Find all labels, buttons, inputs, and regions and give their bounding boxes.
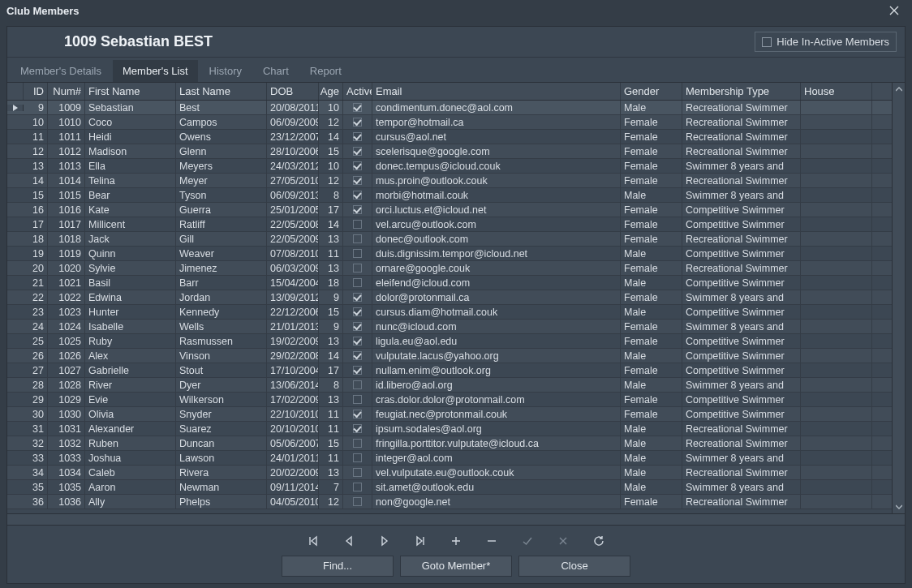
cell-gender: Male [621,101,682,114]
table-row[interactable]: 211021BasilBarr15/04/200418eleifend@iclo… [7,276,892,290]
col-last-name[interactable]: Last Name [176,83,267,100]
table-row[interactable]: 141014TelinaMeyer27/05/201012mus.proin@o… [7,174,892,188]
table-row[interactable]: 321032RubenDuncan05/06/200715fringilla.p… [7,436,892,451]
table-row[interactable]: 281028RiverDyer13/06/20148id.libero@aol.… [7,378,892,393]
nav-next-button[interactable] [376,533,393,549]
scroll-down-icon[interactable] [894,502,904,512]
col-age[interactable]: Age [319,83,343,100]
close-button[interactable]: Close [518,556,630,577]
col-active[interactable]: Active [343,83,372,100]
table-row[interactable]: 311031AlexanderSuarez20/10/201011ipsum.s… [7,422,892,436]
cell-active[interactable] [343,232,372,246]
col-first-name[interactable]: First Name [85,83,176,100]
cell-active[interactable] [343,188,372,202]
goto-member-button[interactable]: Goto Member* [400,556,512,577]
col-house[interactable]: House [801,83,872,100]
cell-active[interactable] [343,247,372,260]
cell-dob: 07/08/2010 [267,247,319,260]
cell-active[interactable] [343,115,372,129]
cell-first-name: Bear [85,188,176,202]
col-num[interactable]: Num# [48,83,85,100]
table-row[interactable]: 101010CocoCampos06/09/200912tempor@hotma… [7,115,892,130]
table-row[interactable]: 131013EllaMeyers24/03/201210donec.tempus… [7,159,892,174]
cell-active[interactable] [343,261,372,275]
col-gender[interactable]: Gender [621,83,682,100]
cell-active[interactable] [343,217,372,231]
nav-refresh-button[interactable] [591,533,607,549]
table-row[interactable]: 261026AlexVinson29/02/200814vulputate.la… [7,349,892,363]
cell-active[interactable] [343,407,372,421]
table-row[interactable]: 151015BearTyson06/09/20138morbi@hotmail.… [7,188,892,203]
cell-active[interactable] [343,320,372,333]
window-close-button[interactable] [883,2,906,19]
cell-gender: Male [621,422,682,436]
cell-first-name: Evie [85,393,176,406]
tab-history[interactable]: History [200,60,252,82]
nav-add-button[interactable] [448,533,464,549]
col-email[interactable]: Email [372,83,621,100]
scroll-up-icon[interactable] [894,84,904,94]
cell-active[interactable] [343,334,372,348]
col-membership[interactable]: Membership Type [682,83,801,100]
col-dob[interactable]: DOB [267,83,319,100]
nav-delete-button[interactable] [484,533,500,549]
table-row[interactable]: 191019QuinnWeaver07/08/201011duis.dignis… [7,247,892,261]
find-button[interactable]: Find... [282,556,394,577]
hide-inactive-checkbox[interactable]: Hide In-Active Members [755,32,897,52]
table-row[interactable]: 221022EdwinaJordan13/09/20129dolor@proto… [7,290,892,305]
nav-cancel-button[interactable] [555,533,571,549]
cell-active[interactable] [343,290,372,304]
cell-active[interactable] [343,130,372,144]
cell-active[interactable] [343,480,372,494]
tab-chart[interactable]: Chart [253,60,299,82]
table-row[interactable]: 241024IsabelleWells21/01/20139nunc@iclou… [7,320,892,334]
table-row[interactable]: 171017MillicentRatliff22/05/200814vel.ar… [7,217,892,232]
cell-active[interactable] [343,144,372,158]
table-row[interactable]: 91009SebastianBest20/08/201110condimentu… [7,101,892,115]
table-row[interactable]: 271027GabrielleStout17/10/200417nullam.e… [7,363,892,378]
cell-active[interactable] [343,451,372,465]
cell-dob: 24/01/2011 [267,451,319,465]
nav-last-button[interactable] [412,533,428,549]
tab-member-s-list[interactable]: Member's List [113,60,198,82]
table-row[interactable]: 331033JoshuaLawson24/01/201111integer@ao… [7,451,892,466]
cell-id: 32 [24,436,48,450]
checkbox-icon [353,424,362,433]
nav-first-button[interactable] [305,533,321,549]
cell-active[interactable] [343,466,372,479]
cell-active[interactable] [343,305,372,319]
table-row[interactable]: 361036AllyPhelps04/05/201012non@google.n… [7,495,892,509]
cell-active[interactable] [343,349,372,363]
horizontal-scrollbar[interactable] [7,513,905,525]
cell-active[interactable] [343,363,372,377]
cell-active[interactable] [343,159,372,173]
table-row[interactable]: 301030OliviaSnyder22/10/201011feugiat.ne… [7,407,892,422]
nav-confirm-button[interactable] [519,533,536,549]
cell-membership: Competitive Swimmer [682,363,801,377]
cell-active[interactable] [343,203,372,217]
cell-active[interactable] [343,276,372,290]
cell-active[interactable] [343,174,372,187]
tab-report[interactable]: Report [300,60,351,82]
tab-member-s-details[interactable]: Member's Details [11,60,111,82]
cell-active[interactable] [343,422,372,436]
table-row[interactable]: 111011HeidiOwens23/12/200714cursus@aol.n… [7,130,892,144]
table-row[interactable]: 341034CalebRivera20/02/200913vel.vulputa… [7,466,892,480]
nav-prev-button[interactable] [341,533,357,549]
col-id[interactable]: ID [24,83,48,100]
table-row[interactable]: 121012MadisonGlenn28/10/200615scelerisqu… [7,144,892,159]
vertical-scrollbar[interactable] [892,83,905,513]
table-row[interactable]: 291029EvieWilkerson17/02/200913cras.dolo… [7,393,892,407]
cell-active[interactable] [343,393,372,406]
table-row[interactable]: 201020SylvieJimenez06/03/200913ornare@go… [7,261,892,276]
cell-active[interactable] [343,495,372,509]
table-row[interactable]: 161016KateGuerra25/01/200517orci.luctus.… [7,203,892,217]
cell-active[interactable] [343,378,372,392]
table-row[interactable]: 251025RubyRasmussen19/02/200913ligula.eu… [7,334,892,349]
cell-active[interactable] [343,436,372,450]
cell-active[interactable] [343,101,372,114]
table-row[interactable]: 231023HunterKennedy22/12/200615cursus.di… [7,305,892,320]
table-row[interactable]: 181018JackGill22/05/200913donec@outlook.… [7,232,892,247]
table-row[interactable]: 351035AaronNewman09/11/20147sit.amet@out… [7,480,892,495]
cell-dob: 22/10/2010 [267,407,319,421]
